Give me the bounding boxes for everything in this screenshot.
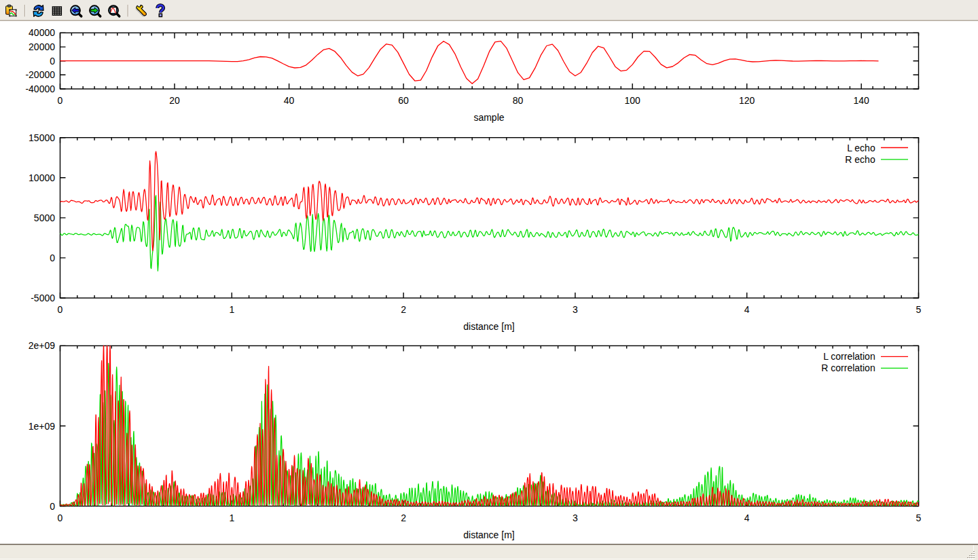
svg-text:40000: 40000 — [29, 27, 55, 38]
svg-text:3: 3 — [573, 512, 578, 523]
svg-text:2e+09: 2e+09 — [29, 340, 56, 351]
svg-text:0: 0 — [50, 501, 55, 512]
svg-text:0: 0 — [58, 512, 63, 523]
svg-text:60: 60 — [398, 95, 409, 106]
svg-text:2: 2 — [401, 304, 406, 315]
svg-text:5: 5 — [916, 304, 922, 315]
svg-text:0: 0 — [58, 304, 63, 315]
svg-text:4: 4 — [744, 304, 750, 315]
svg-text:-20000: -20000 — [25, 69, 55, 80]
svg-text:L correlation: L correlation — [823, 351, 875, 362]
svg-text:4: 4 — [744, 512, 750, 523]
svg-text:sample: sample — [473, 112, 504, 123]
svg-text:3: 3 — [573, 304, 578, 315]
svg-text:distance [m]: distance [m] — [463, 529, 514, 540]
svg-text:20000: 20000 — [29, 41, 55, 52]
svg-text:1: 1 — [229, 512, 234, 523]
svg-text:40: 40 — [284, 95, 295, 106]
svg-text:0: 0 — [58, 95, 63, 106]
svg-text:0: 0 — [50, 253, 55, 263]
svg-text:80: 80 — [513, 95, 524, 106]
svg-text:5: 5 — [916, 512, 922, 523]
svg-text:1: 1 — [229, 304, 234, 315]
svg-text:-5000: -5000 — [31, 293, 55, 303]
svg-text:120: 120 — [739, 95, 755, 106]
svg-text:R correlation: R correlation — [821, 362, 875, 373]
svg-text:2: 2 — [401, 512, 406, 523]
svg-text:5000: 5000 — [34, 212, 55, 223]
svg-text:10000: 10000 — [29, 172, 55, 183]
svg-text:-40000: -40000 — [25, 83, 55, 94]
svg-text:140: 140 — [854, 95, 870, 106]
svg-text:0: 0 — [50, 56, 55, 67]
svg-text:R echo: R echo — [845, 154, 875, 165]
svg-text:distance [m]: distance [m] — [463, 321, 514, 332]
svg-text:15000: 15000 — [29, 132, 55, 143]
svg-text:L echo: L echo — [847, 143, 875, 153]
svg-text:100: 100 — [625, 95, 641, 106]
svg-text:20: 20 — [169, 95, 180, 106]
svg-text:1e+09: 1e+09 — [29, 421, 56, 432]
